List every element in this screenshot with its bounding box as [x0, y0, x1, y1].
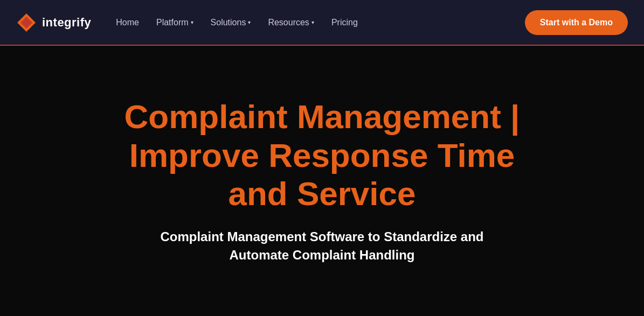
navbar-left: integrify Home Platform ▾ Solutions ▾ Re… [16, 12, 365, 33]
nav-item-resources[interactable]: Resources ▾ [260, 13, 321, 32]
logo[interactable]: integrify [16, 12, 91, 33]
nav-item-pricing[interactable]: Pricing [324, 13, 365, 32]
nav-label-solutions: Solutions [211, 18, 246, 27]
hero-title: Complaint Management | Improve Response … [107, 97, 538, 213]
cta-button[interactable]: Start with a Demo [525, 10, 628, 35]
resources-chevron-icon: ▾ [311, 19, 314, 25]
solutions-chevron-icon: ▾ [248, 19, 251, 25]
nav-label-home: Home [116, 18, 139, 27]
nav-item-platform[interactable]: Platform ▾ [149, 13, 201, 32]
navbar: integrify Home Platform ▾ Solutions ▾ Re… [0, 0, 644, 46]
nav-label-resources: Resources [268, 18, 309, 27]
nav-item-home[interactable]: Home [108, 13, 147, 32]
nav-item-solutions[interactable]: Solutions ▾ [203, 13, 259, 32]
logo-icon [16, 12, 37, 33]
hero-subtitle: Complaint Management Software to Standar… [139, 228, 505, 264]
nav-links: Home Platform ▾ Solutions ▾ Resources ▾ … [108, 13, 365, 32]
nav-label-pricing: Pricing [331, 18, 358, 27]
hero-section: Complaint Management | Improve Response … [0, 46, 644, 316]
platform-chevron-icon: ▾ [191, 19, 193, 25]
nav-label-platform: Platform [156, 18, 189, 27]
brand-name: integrify [42, 16, 91, 30]
